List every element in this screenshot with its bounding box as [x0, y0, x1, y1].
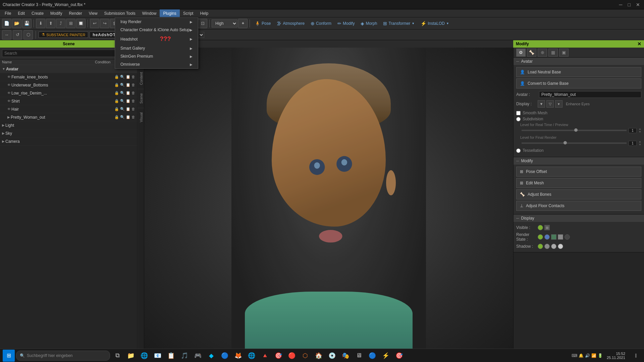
pose-offset-button[interactable]: ⊞ Pose Offset: [516, 167, 641, 177]
taskbar-start-button[interactable]: ⊞: [3, 350, 15, 362]
menu-render[interactable]: Render: [65, 9, 85, 17]
taskbar-app-mail[interactable]: 📧: [152, 350, 164, 362]
load-neutral-base-button[interactable]: 👤 Load Neutral Base: [516, 67, 641, 77]
taskbar-task-view[interactable]: ⧉: [111, 350, 123, 362]
taskbar-app-3[interactable]: ◆: [205, 350, 217, 362]
taskbar-app-10[interactable]: 🎭: [339, 350, 352, 362]
denim-visibility-icon[interactable]: 👁: [7, 91, 11, 95]
toolbar-undo[interactable]: ↩: [90, 19, 99, 28]
tray-icon-5[interactable]: 🔋: [598, 353, 603, 358]
menu-edit[interactable]: Edit: [14, 9, 28, 17]
taskbar-app-chrome[interactable]: 🌐: [246, 350, 258, 362]
right-tab-bones[interactable]: 🦴: [527, 49, 536, 57]
toolbar2-btn2[interactable]: ↺: [13, 30, 22, 40]
taskbar-app-blender[interactable]: ⬡: [299, 350, 311, 362]
convert-to-game-base-button[interactable]: 👤 Convert to Game Base: [516, 78, 641, 88]
adjust-bones-button[interactable]: 🦴 Adjust Bones: [516, 189, 641, 199]
pretty-woman-expand[interactable]: ▶: [7, 115, 10, 119]
taskbar-app-explorer[interactable]: 📁: [125, 350, 137, 362]
viewport[interactable]: [144, 48, 513, 362]
level-final-arrows[interactable]: ▲ ▼: [639, 140, 641, 146]
level-realtime-slider-track[interactable]: [522, 130, 627, 131]
right-tab-mesh[interactable]: ▦: [548, 49, 558, 57]
display-btn-3[interactable]: ▾: [555, 100, 562, 108]
modify-section-header[interactable]: ─ Modify: [514, 157, 644, 165]
display-section-header[interactable]: ─ Display: [514, 215, 644, 222]
menu-view[interactable]: View: [86, 9, 101, 17]
tree-item-denim[interactable]: 👁 Low_rise_Denim_... 🔒 🔍 📋 🗑: [0, 89, 137, 97]
avatar-collapse-icon[interactable]: ─: [516, 59, 519, 64]
taskbar-app-5[interactable]: 🔺: [259, 350, 271, 362]
level-final-up[interactable]: ▲: [639, 140, 641, 143]
level-realtime-up[interactable]: ▲: [639, 127, 641, 130]
toolbar-cam4[interactable]: ⊡: [198, 19, 207, 28]
menu-create[interactable]: Create: [28, 9, 47, 17]
plugin-cc-iclone-setup[interactable]: Character Creator & iClone Auto Setup ▶: [115, 26, 198, 34]
level-realtime-thumb[interactable]: [574, 128, 578, 132]
right-tab-morph[interactable]: ⊕: [538, 49, 547, 57]
plugin-iray-render[interactable]: Iray Render ▶: [115, 18, 198, 26]
boots-visibility-icon[interactable]: 👁: [7, 75, 11, 79]
plugin-omniverse[interactable]: Omniverse ▶: [115, 60, 198, 68]
toolbar-btn4[interactable]: ⊞: [66, 19, 75, 28]
toolbar-render[interactable]: ✦: [238, 19, 248, 28]
taskbar-app-firefox[interactable]: 🦊: [232, 350, 244, 362]
visible-square[interactable]: ⊞: [544, 225, 550, 230]
tree-item-shirt[interactable]: 👁 Shirt 🔒 🔍 📋 🗑: [0, 97, 137, 105]
tessellation-radio[interactable]: [516, 148, 521, 153]
taskbar-app-4[interactable]: 🔵: [219, 350, 231, 362]
tree-item-sky[interactable]: ▶ Sky: [0, 129, 137, 137]
shadow-dot-2[interactable]: [544, 244, 550, 249]
toolbar2-btn3[interactable]: ⬡: [23, 30, 33, 40]
avatar-expand-icon[interactable]: ▼: [2, 67, 5, 71]
modify-collapse-icon[interactable]: ─: [516, 159, 519, 163]
light-expand-icon[interactable]: ▶: [2, 123, 5, 127]
taskbar-app-reallusion[interactable]: 🎯: [393, 350, 405, 362]
taskbar-app-2[interactable]: 🎮: [192, 350, 204, 362]
tree-item-hair[interactable]: 👁 Hair 🔒 🔍 📋 🗑: [0, 105, 137, 113]
visible-dot-green[interactable]: [538, 225, 543, 230]
taskbar-time-display[interactable]: 15:52 25.11.2021: [604, 352, 628, 360]
taskbar-app-edge[interactable]: 🌐: [138, 350, 150, 362]
taskbar-app-onenote[interactable]: 📋: [165, 350, 177, 362]
level-final-thumb[interactable]: [564, 141, 567, 144]
maximize-button[interactable]: □: [627, 2, 632, 7]
shadow-dot-3[interactable]: [551, 244, 556, 249]
close-button[interactable]: ✕: [635, 2, 641, 7]
toolbar-conform-btn[interactable]: ⊕ Conform: [308, 20, 334, 27]
headshot-button[interactable]: heAdshOT: [90, 32, 119, 38]
render-dot-2[interactable]: [544, 234, 550, 240]
toolbar-instalod-btn[interactable]: ⚡ InstaLOD ▼: [418, 20, 452, 27]
substance-painter-button[interactable]: ⚗ SUBSTANCE PAINTER: [39, 32, 88, 38]
level-final-slider-track[interactable]: [522, 142, 627, 144]
tree-item-light[interactable]: ▶ Light: [0, 121, 137, 129]
minimize-button[interactable]: ─: [618, 2, 624, 7]
menu-file[interactable]: File: [1, 9, 14, 17]
display-collapse-icon[interactable]: ─: [516, 216, 519, 221]
enhance-eyes-button[interactable]: Enhance Eyes: [564, 101, 592, 107]
tree-item-pretty-woman[interactable]: ▶ Pretty_Woman_out 🔒 🔍 📋 🗑: [0, 113, 137, 121]
taskbar-show-desktop[interactable]: ▐: [629, 350, 641, 362]
toolbar-save[interactable]: 💾: [22, 19, 32, 28]
toolbar-open[interactable]: 📂: [12, 19, 21, 28]
sky-expand-icon[interactable]: ▶: [2, 131, 5, 135]
display-btn-2[interactable]: ▽: [546, 100, 554, 108]
tab-visual[interactable]: Visual: [138, 108, 144, 126]
render-dot-1[interactable]: [538, 234, 543, 240]
hair-visibility-icon[interactable]: 👁: [7, 107, 11, 111]
underwear-visibility-icon[interactable]: 👁: [7, 83, 11, 87]
render-square-2[interactable]: [558, 234, 563, 240]
taskbar-app-13[interactable]: ⚡: [380, 350, 392, 362]
taskbar-app-1[interactable]: 🎵: [178, 350, 191, 362]
tray-icon-2[interactable]: 🔔: [579, 353, 584, 358]
shirt-visibility-icon[interactable]: 👁: [7, 99, 11, 103]
smooth-mesh-checkbox[interactable]: [516, 111, 521, 115]
toolbar-new[interactable]: 📄: [2, 19, 11, 28]
menu-window[interactable]: Window: [139, 9, 160, 17]
toolbar-morph-btn[interactable]: ◈ Morph: [358, 20, 380, 27]
tray-icon-3[interactable]: 🔊: [585, 353, 590, 358]
plugin-smart-gallery[interactable]: Smart Gallery ▶: [115, 44, 198, 52]
toolbar-export2[interactable]: ⤴: [56, 19, 65, 28]
shadow-dot-1[interactable]: [538, 244, 543, 249]
toolbar-btn5[interactable]: 🔲: [76, 19, 86, 28]
